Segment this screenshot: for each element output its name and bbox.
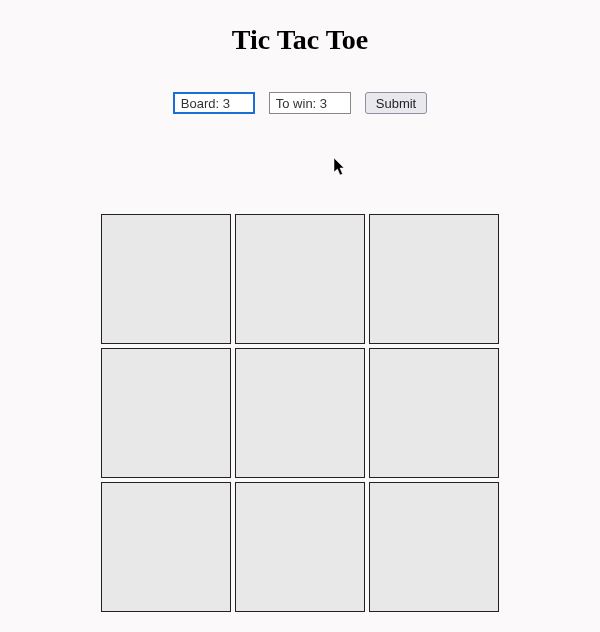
app-container: Tic Tac Toe Submit: [0, 0, 600, 612]
board-cell[interactable]: [369, 482, 499, 612]
to-win-input[interactable]: [269, 92, 351, 114]
controls-row: Submit: [173, 92, 427, 114]
page-title: Tic Tac Toe: [232, 24, 368, 56]
board-cell[interactable]: [101, 348, 231, 478]
board-cell[interactable]: [101, 214, 231, 344]
board-size-input[interactable]: [173, 92, 255, 114]
submit-button[interactable]: Submit: [365, 92, 427, 114]
board-cell[interactable]: [369, 348, 499, 478]
board-cell[interactable]: [235, 348, 365, 478]
board-cell[interactable]: [235, 214, 365, 344]
board-cell[interactable]: [369, 214, 499, 344]
board-cell[interactable]: [101, 482, 231, 612]
board-cell[interactable]: [235, 482, 365, 612]
game-board: [101, 214, 499, 612]
